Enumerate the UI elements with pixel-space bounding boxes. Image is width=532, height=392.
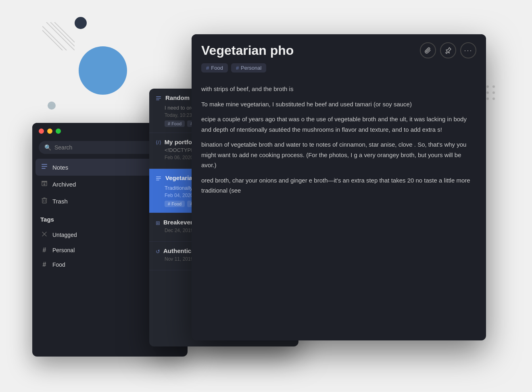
archived-icon (40, 180, 48, 189)
more-button[interactable]: ··· (460, 42, 476, 58)
note-type-icon (156, 95, 162, 103)
deco-circle-dark (75, 17, 87, 29)
detail-title: Vegetarian pho (201, 43, 294, 58)
attach-button[interactable] (420, 42, 436, 58)
search-icon: 🔍 (44, 144, 51, 151)
note-type-icon-pho (156, 176, 162, 183)
trash-icon (40, 197, 48, 205)
note-type-icon-code: ⟨/⟩ (156, 139, 161, 145)
svg-point-25 (492, 91, 495, 94)
note-tag-food-pho: #Food (165, 201, 185, 207)
food-tag-icon: # (40, 261, 48, 268)
svg-point-27 (486, 97, 489, 100)
svg-line-1 (46, 22, 75, 50)
svg-line-4 (54, 22, 75, 42)
body-para-1: To make mine vegetarian, I substituted h… (201, 99, 476, 110)
svg-rect-47 (156, 180, 159, 180)
detail-actions: ··· (420, 42, 476, 58)
detail-header: Vegetarian pho ··· # (192, 34, 486, 77)
deco-circle-blue (79, 46, 127, 95)
svg-point-21 (486, 85, 489, 88)
detail-tag-food[interactable]: # Food (201, 63, 228, 73)
deco-circle-gray (48, 102, 56, 110)
pin-button[interactable] (440, 42, 456, 58)
search-placeholder: Search (54, 144, 72, 151)
body-para-4: ored broth, char your onions and ginger … (201, 175, 476, 196)
more-icon: ··· (464, 46, 472, 55)
personal-tag-icon: # (40, 247, 48, 254)
svg-rect-42 (156, 96, 161, 97)
note-type-icon-table: ⊞ (156, 220, 160, 226)
body-para-2: ecipe a couple of years ago that was o t… (201, 114, 476, 135)
svg-point-24 (486, 91, 489, 94)
body-para-3: bination of vegetable broth and water to… (201, 139, 476, 170)
svg-point-22 (492, 85, 495, 88)
tag-hash-icon-2: # (236, 65, 239, 71)
detail-window: Vegetarian pho ··· # (192, 34, 486, 340)
svg-rect-46 (156, 178, 161, 179)
detail-tags: # Food # Personal (201, 63, 476, 73)
traffic-light-yellow[interactable] (47, 129, 52, 134)
detail-tag-personal[interactable]: # Personal (231, 63, 267, 73)
tag-hash-icon: # (206, 65, 209, 71)
svg-line-2 (50, 22, 75, 46)
svg-rect-29 (42, 164, 47, 165)
traffic-light-red[interactable] (39, 129, 44, 134)
svg-point-28 (492, 97, 495, 100)
body-para-0: with strips of beef, and the broth is (201, 84, 476, 94)
untagged-icon (40, 230, 48, 239)
traffic-light-green[interactable] (56, 129, 61, 134)
note-type-icon-auth: ↺ (156, 249, 160, 255)
svg-rect-31 (42, 168, 46, 169)
svg-line-3 (42, 30, 67, 50)
deco-lines (42, 22, 75, 50)
svg-rect-43 (156, 98, 161, 99)
notes-icon (40, 163, 48, 172)
note-tag-food: #Food (165, 120, 185, 127)
svg-rect-44 (156, 100, 159, 100)
svg-rect-30 (42, 166, 47, 167)
svg-rect-35 (42, 199, 46, 203)
svg-line-0 (42, 26, 71, 50)
detail-body: with strips of beef, and the broth is To… (192, 77, 486, 339)
svg-rect-45 (156, 176, 161, 177)
